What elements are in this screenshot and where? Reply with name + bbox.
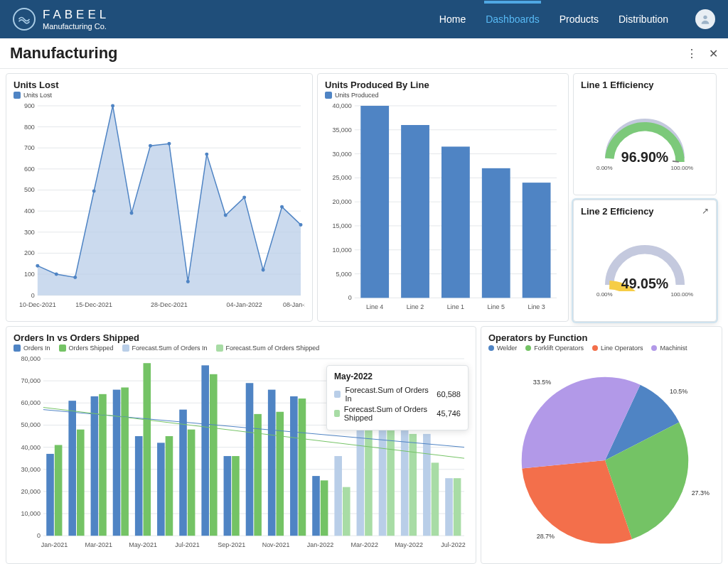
tooltip-title: May-2022 (334, 372, 461, 381)
svg-rect-107 (188, 430, 196, 536)
svg-text:800: 800 (24, 124, 35, 131)
svg-text:Sep-2021: Sep-2021 (218, 541, 245, 548)
svg-text:50,000: 50,000 (21, 421, 40, 428)
svg-text:08-Jan-2022: 08-Jan-2022 (283, 301, 305, 308)
card-units-by-line[interactable]: Units Produced By Line Units Produced 05… (317, 73, 569, 322)
svg-rect-112 (232, 456, 240, 536)
nav-dashboards[interactable]: Dashboards (486, 13, 540, 25)
svg-rect-102 (143, 363, 151, 536)
svg-rect-136 (445, 478, 453, 536)
svg-point-34 (186, 280, 190, 283)
svg-text:10.5%: 10.5% (670, 388, 687, 395)
card-title: Units Lost (14, 80, 305, 90)
svg-rect-110 (210, 374, 218, 536)
svg-text:80,000: 80,000 (21, 355, 40, 362)
svg-point-28 (73, 276, 77, 279)
svg-point-38 (262, 269, 265, 272)
svg-text:15-Dec-2021: 15-Dec-2021 (75, 301, 112, 308)
svg-rect-63 (441, 146, 470, 298)
units-lost-chart[interactable]: 010020030040050060070080090010-Dec-20211… (14, 102, 305, 314)
card-title: Orders In vs Orders Shipped (14, 332, 469, 343)
svg-text:0: 0 (348, 294, 352, 301)
svg-text:Line 5: Line 5 (488, 303, 505, 310)
card-orders[interactable]: Orders In vs Orders Shipped Orders InOrd… (6, 326, 476, 564)
svg-rect-99 (113, 390, 121, 536)
legend: Orders InOrders ShippedForecast.Sum of O… (14, 345, 469, 352)
card-title: Operators by Function (488, 332, 714, 343)
card-title: Units Produced By Line (325, 80, 561, 90)
svg-rect-125 (343, 487, 350, 536)
svg-text:May-2021: May-2021 (129, 541, 157, 548)
svg-point-29 (92, 189, 96, 192)
gauge-max: 100.00% (670, 165, 693, 171)
line1-gauge[interactable]: 96.90% (588, 108, 702, 165)
brand: FABEEL Manufacturing Co. (13, 8, 109, 31)
svg-text:200: 200 (24, 249, 35, 256)
svg-rect-119 (290, 396, 298, 536)
svg-text:33.5%: 33.5% (533, 379, 551, 386)
svg-rect-59 (360, 106, 389, 298)
svg-point-32 (149, 144, 152, 148)
svg-text:Jul-2022: Jul-2022 (441, 541, 465, 548)
svg-text:28.7%: 28.7% (537, 533, 555, 540)
nav-products[interactable]: Products (560, 13, 599, 25)
svg-rect-126 (357, 428, 365, 536)
svg-text:04-Jan-2022: 04-Jan-2022 (227, 301, 262, 308)
svg-text:30,000: 30,000 (21, 466, 40, 473)
units-by-line-chart[interactable]: 05,00010,00015,00020,00025,00030,00035,0… (325, 102, 561, 313)
svg-rect-105 (166, 436, 173, 536)
svg-text:35,000: 35,000 (332, 126, 351, 134)
svg-line-69 (673, 161, 679, 161)
more-icon[interactable]: ⋮ (686, 47, 697, 60)
svg-text:10,000: 10,000 (332, 246, 351, 254)
nav: Home Dashboards Products Distribution (439, 9, 715, 29)
svg-rect-104 (157, 443, 165, 536)
svg-text:28-Dec-2021: 28-Dec-2021 (151, 301, 188, 308)
svg-point-33 (167, 142, 171, 146)
svg-text:Jan-2021: Jan-2021 (41, 541, 68, 548)
svg-text:Jul-2021: Jul-2021 (175, 541, 199, 548)
svg-text:27.3%: 27.3% (692, 489, 710, 497)
svg-point-27 (55, 273, 58, 276)
svg-text:10,000: 10,000 (21, 510, 40, 517)
chart-tooltip: May-2022 Forecast.Sum of Orders In60,588… (326, 365, 469, 430)
svg-rect-61 (401, 125, 429, 298)
svg-text:20,000: 20,000 (332, 198, 351, 205)
svg-text:100: 100 (24, 271, 35, 278)
svg-point-36 (224, 214, 228, 217)
svg-text:0: 0 (31, 292, 35, 299)
svg-rect-95 (77, 430, 85, 536)
card-line1-efficiency[interactable]: Line 1 Efficiency 96.90% 0.00% 100.00% (573, 73, 717, 195)
svg-point-39 (280, 205, 284, 209)
svg-text:0: 0 (37, 532, 41, 539)
svg-rect-135 (432, 462, 439, 536)
close-icon[interactable]: ✕ (709, 47, 718, 60)
svg-text:5,000: 5,000 (336, 271, 351, 278)
card-operators[interactable]: Operators by Function WelderForklift Ope… (481, 326, 722, 564)
svg-text:700: 700 (24, 144, 35, 151)
svg-text:96.90%: 96.90% (621, 149, 668, 165)
logo-icon (13, 8, 36, 31)
svg-rect-115 (254, 414, 262, 536)
operators-pie-chart[interactable]: 10.5%27.3%28.7%33.5% (488, 354, 714, 552)
svg-rect-134 (423, 434, 431, 536)
expand-icon[interactable]: ↗ (702, 206, 709, 216)
svg-text:40,000: 40,000 (21, 444, 40, 451)
svg-point-26 (36, 264, 39, 268)
nav-home[interactable]: Home (439, 13, 466, 25)
svg-rect-111 (224, 456, 232, 536)
line2-gauge[interactable]: 49.05% (588, 234, 702, 291)
svg-point-0 (703, 16, 707, 19)
brand-sub: Manufacturing Co. (43, 23, 109, 31)
card-units-lost[interactable]: Units Lost Units Lost 010020030040050060… (6, 73, 313, 322)
nav-distribution[interactable]: Distribution (619, 13, 668, 25)
legend: WelderForklift OperatorsLine OperatorsMa… (488, 345, 714, 352)
svg-text:40,000: 40,000 (332, 102, 351, 109)
gauge-max: 100.00% (670, 291, 693, 298)
page-header: Manufacturing ⋮ ✕ (0, 38, 728, 69)
svg-rect-94 (68, 401, 76, 536)
legend: Units Produced (325, 92, 561, 99)
avatar[interactable] (695, 9, 715, 29)
gauge-min: 0.00% (596, 291, 613, 298)
card-line2-efficiency[interactable]: ↗ Line 2 Efficiency 49.05% 0.00% 100.00% (573, 200, 717, 322)
